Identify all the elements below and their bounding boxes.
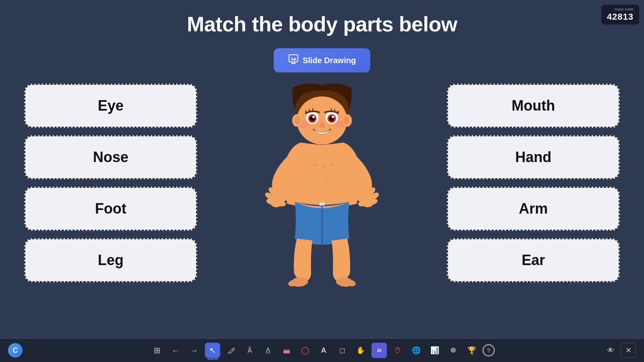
svg-point-16 — [295, 116, 300, 125]
card-nose-label: Nose — [93, 149, 128, 166]
toolbar-wheel[interactable]: ☸ — [446, 343, 461, 358]
toolbar: C ⊞ ← → ↖ A͂ A ◯ A ◻ ✋ AI ⏱ 🌐 📊 ☸ 🏆 ? 👁 … — [0, 338, 644, 362]
card-eye-label: Eye — [98, 97, 124, 114]
body-figure-svg — [254, 84, 390, 293]
svg-rect-0 — [289, 55, 298, 62]
center-figure — [205, 84, 439, 293]
svg-point-4 — [297, 97, 347, 144]
card-mouth-label: Mouth — [512, 97, 555, 114]
card-ear-label: Ear — [522, 252, 545, 269]
card-foot-label: Foot — [95, 200, 126, 217]
toolbar-globe[interactable]: 🌐 — [409, 343, 424, 358]
page-title: Match the body parts below — [187, 12, 457, 36]
svg-point-18 — [344, 116, 349, 125]
svg-point-41 — [326, 177, 329, 180]
toolbar-text-arc[interactable]: A͂ — [242, 343, 257, 358]
left-cards-column: Eye Nose Foot Leg — [24, 84, 197, 282]
toolbar-text-insert[interactable]: A — [316, 343, 331, 358]
right-cards-column: Mouth Hand Arm Ear — [447, 84, 620, 282]
toolbar-hand[interactable]: ✋ — [353, 343, 368, 358]
card-hand-label: Hand — [515, 149, 551, 166]
card-eye[interactable]: Eye — [24, 84, 197, 128]
slide-drawing-label: Slide Drawing — [303, 56, 356, 65]
svg-point-38 — [322, 165, 326, 169]
toolbar-back[interactable]: ← — [168, 343, 183, 358]
toolbar-pen[interactable] — [223, 343, 239, 358]
toolbar-trophy[interactable]: 🏆 — [464, 343, 479, 358]
toolbar-forward[interactable]: → — [186, 343, 202, 358]
toolbar-timer[interactable]: ⏱ — [390, 343, 405, 358]
toolbar-text-underline[interactable]: A — [260, 343, 276, 358]
card-mouth[interactable]: Mouth — [447, 84, 620, 128]
toolbar-help[interactable]: ? — [483, 344, 495, 356]
svg-point-12 — [332, 116, 334, 118]
toolbar-logo[interactable]: C — [8, 343, 23, 358]
svg-point-1 — [291, 58, 293, 59]
main-content: Match the body parts below Slide Drawing… — [0, 0, 644, 310]
toolbar-sticky-note[interactable]: ◻ — [334, 343, 350, 358]
toolbar-eraser[interactable] — [279, 343, 294, 358]
class-code-value: 42813 — [607, 12, 634, 22]
card-arm[interactable]: Arm — [447, 187, 620, 231]
toolbar-chart[interactable]: 📊 — [427, 343, 442, 358]
card-foot[interactable]: Foot — [24, 187, 197, 231]
cards-layout: Eye Nose Foot Leg — [0, 84, 644, 293]
svg-point-37 — [314, 163, 317, 167]
slide-drawing-button[interactable]: Slide Drawing — [274, 48, 370, 72]
card-nose[interactable]: Nose — [24, 135, 197, 179]
toolbar-eye-toggle[interactable]: 👁 — [603, 343, 618, 358]
card-leg[interactable]: Leg — [24, 238, 197, 282]
toolbar-exit[interactable]: ✕ — [621, 343, 636, 358]
svg-point-40 — [317, 175, 320, 178]
svg-point-39 — [330, 163, 333, 167]
toolbar-end-icons: 👁 ✕ — [603, 343, 636, 358]
toolbar-ai[interactable]: AI — [372, 343, 387, 358]
card-arm-label: Arm — [519, 200, 548, 217]
card-hand[interactable]: Hand — [447, 135, 620, 179]
svg-point-11 — [312, 116, 315, 118]
card-ear[interactable]: Ear — [447, 238, 620, 282]
toolbar-cursor[interactable]: ↖ — [205, 343, 220, 358]
svg-rect-32 — [319, 203, 324, 206]
svg-rect-43 — [286, 350, 290, 354]
card-leg-label: Leg — [98, 252, 124, 269]
slide-drawing-icon — [288, 54, 299, 67]
class-code-badge: class code 42813 — [601, 5, 639, 25]
toolbar-grid[interactable]: ⊞ — [149, 343, 165, 358]
class-code-label: class code — [614, 7, 634, 12]
toolbar-circle-shape[interactable]: ◯ — [297, 343, 313, 358]
